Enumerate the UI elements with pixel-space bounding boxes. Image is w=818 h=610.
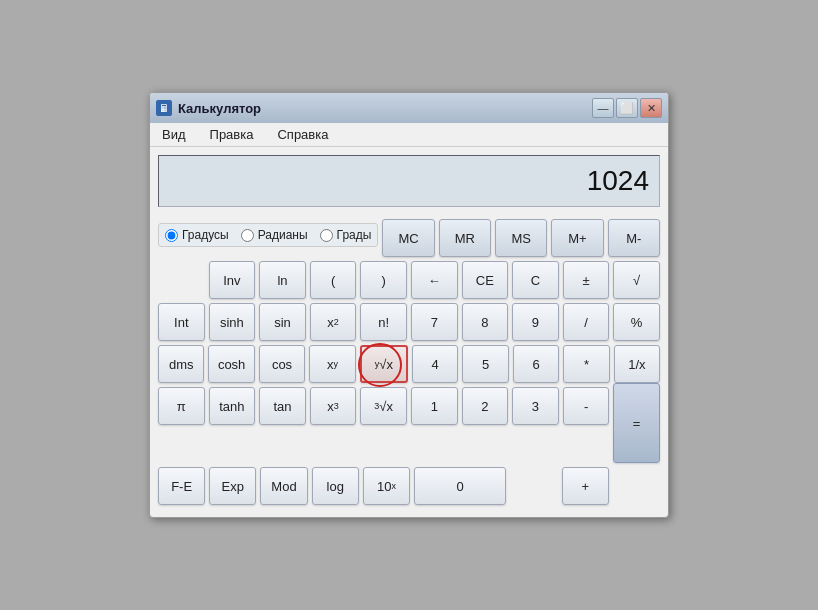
two-button[interactable]: 2 [462,387,509,425]
empty-btn-5b [613,467,660,505]
title-buttons: — ⬜ ✕ [592,98,662,118]
percent-button[interactable]: % [613,303,660,341]
title-bar: 🖩 Калькулятор — ⬜ ✕ [150,93,668,123]
empty-btn-1 [158,261,205,299]
log-button[interactable]: log [312,467,359,505]
mminus-button[interactable]: M- [608,219,660,257]
tanh-button[interactable]: tanh [209,387,256,425]
title-bar-left: 🖩 Калькулятор [156,100,261,116]
nine-button[interactable]: 9 [512,303,559,341]
reciprocal-button[interactable]: 1/x [614,345,660,383]
four-button[interactable]: 4 [412,345,458,383]
calc-body: Градусы Радианы Грады MC MR MS M+ M- Inv… [150,215,668,517]
mc-button[interactable]: MC [382,219,434,257]
ce-button[interactable]: CE [462,261,509,299]
dms-button[interactable]: dms [158,345,204,383]
sinh-button[interactable]: sinh [209,303,256,341]
eight-button[interactable]: 8 [462,303,509,341]
plus-button[interactable]: + [562,467,609,505]
close-paren-button[interactable]: ) [360,261,407,299]
radio-grads[interactable]: Грады [320,228,372,242]
row-4: π tanh tan x3 3√x 1 2 3 - = [158,387,660,463]
angle-mode-group: Градусы Радианы Грады [158,223,378,247]
one-button[interactable]: 1 [411,387,458,425]
mplus-button[interactable]: M+ [551,219,603,257]
zero-button[interactable]: 0 [414,467,506,505]
ln-button[interactable]: ln [259,261,306,299]
sqrt-button[interactable]: √ [613,261,660,299]
sin-button[interactable]: sin [259,303,306,341]
factorial-button[interactable]: n! [360,303,407,341]
cuberoot-button[interactable]: 3√x [360,387,407,425]
int-button[interactable]: Int [158,303,205,341]
radio-degrees[interactable]: Градусы [165,228,229,242]
row-2: Int sinh sin x2 n! 7 8 9 / % [158,303,660,341]
seven-button[interactable]: 7 [411,303,458,341]
fe-button[interactable]: F-E [158,467,205,505]
c-button[interactable]: C [512,261,559,299]
ms-button[interactable]: MS [495,219,547,257]
maximize-button[interactable]: ⬜ [616,98,638,118]
tenpowx-button[interactable]: 10x [363,467,410,505]
open-paren-button[interactable]: ( [310,261,357,299]
five-button[interactable]: 5 [462,345,508,383]
minimize-button[interactable]: — [592,98,614,118]
calculator-window: 🖩 Калькулятор — ⬜ ✕ Вид Правка Справка 1… [149,92,669,518]
xcubed-button[interactable]: x3 [310,387,357,425]
minus-button[interactable]: - [563,387,610,425]
three-button[interactable]: 3 [512,387,559,425]
multiply-button[interactable]: * [563,345,609,383]
plusminus-button[interactable]: ± [563,261,610,299]
mod-button[interactable]: Mod [260,467,307,505]
menu-edit[interactable]: Правка [206,125,258,144]
backspace-button[interactable]: ← [411,261,458,299]
close-button[interactable]: ✕ [640,98,662,118]
xpowy-button[interactable]: xy [309,345,355,383]
empty-btn-5a [510,467,557,505]
mr-button[interactable]: MR [439,219,491,257]
display: 1024 [158,155,660,207]
inv-button[interactable]: Inv [209,261,256,299]
six-button[interactable]: 6 [513,345,559,383]
display-value: 1024 [587,165,649,197]
row-5: F-E Exp Mod log 10x 0 + [158,467,660,505]
row-3: dms cosh cos xy y√x 4 5 6 * 1/x [158,345,660,383]
yroot-button[interactable]: y√x [360,345,408,383]
row-1: Inv ln ( ) ← CE C ± √ [158,261,660,299]
cosh-button[interactable]: cosh [208,345,254,383]
menu-bar: Вид Правка Справка [150,123,668,147]
xsquared-button[interactable]: x2 [310,303,357,341]
app-icon: 🖩 [156,100,172,116]
radio-radians[interactable]: Радианы [241,228,308,242]
window-title: Калькулятор [178,101,261,116]
exp-button[interactable]: Exp [209,467,256,505]
equals-button[interactable]: = [613,383,660,463]
pi-button[interactable]: π [158,387,205,425]
divide-button[interactable]: / [563,303,610,341]
menu-help[interactable]: Справка [273,125,332,144]
menu-view[interactable]: Вид [158,125,190,144]
tan-button[interactable]: tan [259,387,306,425]
cos-button[interactable]: cos [259,345,305,383]
